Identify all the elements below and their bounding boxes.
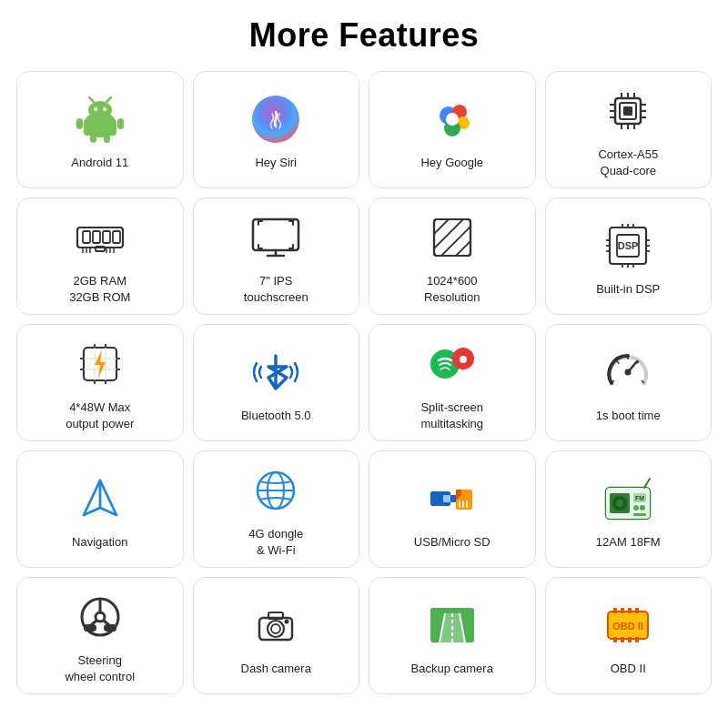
dsp-icon: DSP	[600, 217, 656, 274]
card-android: Android 11	[16, 71, 184, 188]
radio-icon: FM	[600, 470, 656, 527]
boot-icon	[600, 344, 656, 400]
steering-icon	[72, 589, 128, 645]
svg-point-126	[285, 620, 289, 624]
page-title: More Features	[0, 0, 728, 64]
dashcam-icon	[248, 597, 304, 653]
svg-rect-46	[434, 219, 470, 256]
card-boot-label: 1s boot time	[596, 408, 661, 424]
svg-rect-141	[628, 637, 632, 642]
card-android-label: Android 11	[71, 155, 128, 171]
card-obd-label: OBD II	[611, 661, 646, 677]
svg-rect-30	[623, 106, 632, 116]
svg-point-83	[460, 356, 467, 363]
power-icon	[72, 336, 128, 392]
card-navigation: Navigation	[16, 450, 184, 568]
card-splitscreen-label: Split-screen multitasking	[420, 399, 483, 431]
navigation-icon	[72, 470, 128, 527]
card-screen: 7" IPS touchscreen	[193, 197, 360, 315]
svg-line-5	[89, 97, 94, 102]
svg-line-49	[441, 227, 470, 256]
svg-rect-137	[628, 608, 632, 613]
svg-rect-36	[96, 247, 105, 251]
svg-rect-142	[635, 637, 639, 642]
card-dsp-label: Built-in DSP	[596, 281, 660, 298]
svg-rect-120	[84, 624, 96, 632]
svg-point-123	[268, 621, 284, 637]
svg-line-89	[617, 361, 620, 364]
svg-rect-9	[90, 134, 96, 143]
card-cortex: Cortex-A55 Quad-core	[545, 71, 713, 188]
ram-icon	[72, 209, 128, 266]
card-radio: FM 12AM 18FM	[545, 450, 713, 568]
svg-point-4	[103, 107, 106, 111]
card-ram-label: 2GB RAM 32GB ROM	[69, 273, 130, 305]
svg-rect-138	[635, 608, 639, 613]
svg-text:OBD II: OBD II	[612, 621, 643, 632]
svg-rect-121	[104, 624, 116, 632]
card-usb-label: USB/Micro SD	[414, 534, 490, 551]
svg-point-111	[633, 505, 639, 511]
svg-point-15	[446, 113, 459, 126]
card-steering-label: Steering wheel control	[65, 652, 135, 684]
card-bluetooth: Bluetooth 5.0	[193, 324, 360, 441]
svg-point-2	[88, 101, 112, 119]
svg-line-47	[434, 219, 449, 234]
svg-rect-43	[253, 219, 298, 250]
svg-rect-135	[613, 608, 617, 613]
card-dashcam-label: Dash camera	[241, 661, 311, 677]
card-ram: 2GB RAM 32GB ROM	[16, 197, 184, 315]
card-boot: 1s boot time	[545, 324, 713, 441]
svg-line-114	[644, 479, 650, 488]
android-icon	[72, 91, 128, 147]
svg-rect-102	[462, 500, 464, 508]
svg-rect-103	[466, 500, 468, 508]
svg-point-108	[616, 500, 623, 507]
splitscreen-icon	[424, 336, 480, 392]
svg-rect-97	[443, 495, 450, 502]
svg-rect-10	[104, 134, 110, 143]
svg-rect-7	[76, 118, 83, 129]
card-dsp: DSP Built-in DSP	[545, 197, 713, 315]
card-cortex-label: Cortex-A55 Quad-core	[598, 147, 658, 178]
bluetooth-icon	[248, 344, 304, 400]
card-navigation-label: Navigation	[72, 534, 127, 551]
features-grid: Android 11 Hey Siri Hey Goog	[0, 64, 728, 702]
obd-icon: OBD II	[600, 597, 656, 653]
svg-line-50	[456, 241, 470, 256]
card-radio-label: 12AM 18FM	[596, 534, 661, 551]
card-power: 4*48W Max output power	[16, 324, 184, 441]
card-dashcam: Dash camera	[193, 577, 360, 694]
card-google-label: Hey Google	[420, 155, 483, 171]
card-siri-label: Hey Siri	[255, 155, 297, 171]
svg-point-124	[271, 624, 280, 633]
card-bluetooth-label: Bluetooth 5.0	[241, 408, 311, 424]
google-icon	[424, 91, 480, 147]
card-backup: Backup camera	[369, 577, 536, 694]
svg-rect-33	[93, 231, 100, 243]
card-obd: OBD II OBD II	[545, 577, 713, 694]
card-resolution: 1024*600 Resolution	[369, 197, 536, 315]
card-4g: 4G dongle & Wi-Fi	[193, 450, 360, 568]
svg-rect-125	[268, 612, 283, 619]
card-resolution-label: 1024*600 Resolution	[424, 273, 480, 305]
cortex-icon	[600, 83, 656, 139]
svg-rect-140	[621, 637, 624, 642]
svg-rect-32	[83, 231, 90, 243]
card-power-label: 4*48W Max output power	[66, 399, 134, 431]
svg-rect-34	[103, 231, 110, 243]
card-4g-label: 4G dongle & Wi-Fi	[248, 526, 303, 558]
card-screen-label: 7" IPS touchscreen	[244, 273, 308, 305]
backup-icon	[424, 597, 480, 653]
svg-text:FM: FM	[635, 495, 644, 501]
svg-rect-8	[117, 118, 124, 129]
svg-rect-136	[621, 608, 624, 613]
siri-icon	[248, 91, 304, 147]
svg-rect-139	[613, 637, 617, 642]
svg-rect-35	[113, 231, 120, 243]
svg-text:DSP: DSP	[618, 240, 639, 251]
svg-point-85	[625, 369, 632, 375]
svg-line-6	[106, 97, 111, 102]
screen-icon	[248, 209, 304, 266]
svg-rect-101	[459, 500, 460, 508]
